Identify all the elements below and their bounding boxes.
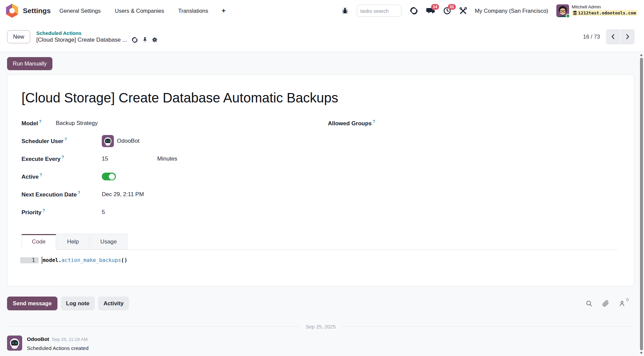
notebook-tabs: Code Help Usage	[22, 234, 618, 250]
line-number: 1	[20, 257, 39, 263]
menu-users-companies[interactable]: Users & Companies	[115, 8, 164, 14]
pager-count[interactable]: 16 / 73	[583, 34, 600, 40]
log-note-button[interactable]: Log note	[61, 297, 95, 310]
menu-general-settings[interactable]: General Settings	[59, 8, 101, 14]
odoobot-message-avatar	[7, 336, 22, 351]
message-timestamp: Sep 25, 11:19 AM	[52, 337, 87, 342]
pin-icon[interactable]	[142, 37, 147, 43]
followers-count: 0	[626, 298, 629, 302]
control-panel: New Scheduled Actions [Cloud Storage] Cr…	[0, 21, 644, 52]
chatter: Send message Log note Activity	[7, 297, 634, 351]
field-row-priority: Priority? 5	[22, 203, 618, 221]
chatter-toolbar: Send message Log note Activity	[7, 297, 634, 310]
field-row-scheduler-user: Scheduler User? OdooBot	[22, 132, 618, 150]
help-icon: ?	[40, 173, 42, 177]
run-manually-button[interactable]: Run Manually	[7, 57, 52, 70]
record-title[interactable]: [Cloud Storage] Create Database Automati…	[22, 89, 618, 106]
search-input[interactable]	[357, 5, 401, 17]
field-row-execute-every: Execute Every? 15 Minutes	[22, 150, 618, 168]
execute-every-unit[interactable]: Minutes	[157, 155, 177, 162]
messages-badge: 14	[431, 4, 439, 10]
message: OdooBot Sep 25, 11:19 AM Scheduled Actio…	[7, 336, 634, 351]
attachments-icon[interactable]	[602, 300, 609, 307]
field-row-active: Active?	[22, 168, 618, 185]
plus-icon[interactable]: +	[222, 7, 226, 15]
main-content: Run Manually [Cloud Storage] Create Data…	[0, 52, 644, 356]
field-row-next-execution: Next Execution Date? Dec 29, 2:11 PM	[22, 185, 618, 203]
pager: 16 / 73	[583, 29, 635, 44]
settings-app-icon[interactable]	[5, 4, 19, 18]
field-row-model: Model? Backup Strategy	[22, 114, 618, 132]
field-grid: Allowed Groups? Model? Backup Strategy S…	[22, 114, 618, 221]
discuss-icon[interactable]	[410, 6, 418, 15]
app-name[interactable]: Settings	[23, 7, 51, 15]
messages-icon[interactable]: 14	[426, 7, 435, 15]
code-line: 1 model.action_make_backups()	[22, 257, 618, 263]
vertical-scrollbar[interactable]	[639, 52, 644, 356]
next-execution-value[interactable]: Dec 29, 2:11 PM	[102, 191, 144, 198]
priority-label: Priority?	[22, 208, 102, 216]
scheduler-user-value[interactable]: OdooBot	[102, 135, 139, 147]
form-sheet: [Cloud Storage] Create Database Automati…	[7, 75, 634, 286]
tab-usage[interactable]: Usage	[90, 234, 127, 250]
help-icon: ?	[373, 119, 375, 124]
help-icon: ?	[43, 208, 45, 213]
text-cursor	[42, 257, 42, 264]
search-messages-icon[interactable]	[586, 300, 593, 307]
execute-every-value[interactable]: 15	[102, 155, 157, 162]
chatter-toggle-icon[interactable]	[131, 37, 138, 43]
code-dot: .	[58, 257, 61, 263]
chevron-left-icon	[611, 34, 615, 40]
activities-badge: 31	[448, 4, 456, 10]
chevron-right-icon	[625, 34, 630, 40]
code-object: model	[43, 257, 58, 263]
activities-icon[interactable]: 31	[443, 7, 451, 15]
help-icon: ?	[61, 155, 64, 160]
gear-icon[interactable]	[152, 37, 158, 43]
odoobot-avatar	[102, 135, 114, 147]
online-status-dot	[566, 14, 570, 18]
user-avatar	[556, 4, 569, 17]
send-message-button[interactable]: Send message	[7, 297, 57, 310]
help-icon: ?	[39, 119, 41, 124]
database-name: 1212test.odootools.com	[578, 10, 636, 15]
activity-button[interactable]: Activity	[98, 297, 129, 310]
execute-every-label: Execute Every?	[22, 155, 102, 163]
followers-icon[interactable]: 0	[618, 300, 626, 307]
scrollbar-thumb[interactable]	[640, 58, 643, 350]
tools-icon[interactable]	[459, 7, 467, 15]
bug-icon[interactable]	[341, 7, 349, 14]
help-icon: ?	[78, 190, 80, 195]
database-icon	[573, 11, 577, 15]
model-value[interactable]: Backup Strategy	[56, 120, 98, 127]
breadcrumb-current: [Cloud Storage] Create Database ...	[36, 37, 127, 43]
user-name: Mitchell Admin	[572, 4, 637, 10]
help-icon: ?	[65, 137, 67, 142]
new-button[interactable]: New	[7, 30, 30, 43]
database-pill: 1212test.odootools.com	[572, 10, 637, 16]
model-label: Model?	[22, 119, 56, 127]
date-divider: Sep 25, 2025	[7, 324, 634, 329]
code-parens: ()	[121, 257, 127, 263]
scroll-down-arrow[interactable]	[640, 352, 643, 354]
tab-code[interactable]: Code	[22, 234, 56, 250]
main-menu: General Settings Users & Companies Trans…	[59, 8, 208, 14]
systray: 14 31 My Company (San Francisco)	[341, 4, 637, 17]
message-author[interactable]: OdooBot	[27, 336, 49, 342]
company-switcher[interactable]: My Company (San Francisco)	[475, 8, 548, 14]
message-text: Scheduled Actions created	[27, 345, 89, 351]
top-navbar: Settings General Settings Users & Compan…	[0, 0, 644, 21]
pager-next-button[interactable]	[620, 29, 635, 44]
tab-help[interactable]: Help	[57, 234, 89, 250]
scroll-up-arrow[interactable]	[640, 54, 643, 56]
priority-value[interactable]: 5	[102, 209, 105, 216]
active-toggle[interactable]	[102, 173, 116, 180]
next-execution-label: Next Execution Date?	[22, 190, 102, 198]
menu-translations[interactable]: Translations	[178, 8, 208, 14]
allowed-groups-label: Allowed Groups?	[328, 119, 375, 127]
breadcrumb-parent-link[interactable]: Scheduled Actions	[36, 30, 158, 36]
user-menu[interactable]: Mitchell Admin 1212test.odootools.com	[556, 4, 637, 17]
pager-previous-button[interactable]	[606, 29, 620, 44]
breadcrumb: Scheduled Actions [Cloud Storage] Create…	[36, 30, 158, 43]
code-editor[interactable]: 1 model.action_make_backups()	[22, 250, 618, 287]
